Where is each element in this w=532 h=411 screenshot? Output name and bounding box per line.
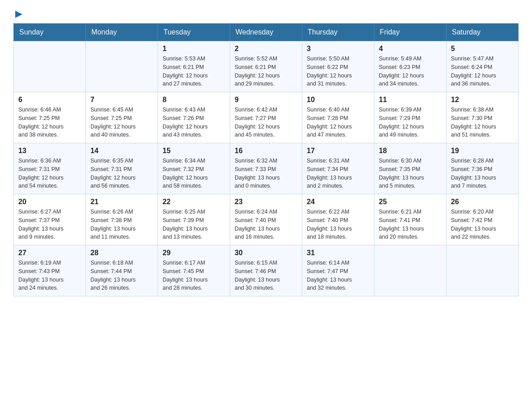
day-number: 20: [18, 198, 81, 206]
day-info: Sunrise: 5:52 AM Sunset: 6:21 PM Dayligh…: [235, 55, 297, 88]
calendar-cell: 17Sunrise: 6:31 AM Sunset: 7:34 PM Dayli…: [302, 143, 374, 194]
calendar-cell: 23Sunrise: 6:24 AM Sunset: 7:40 PM Dayli…: [230, 194, 302, 245]
day-info: Sunrise: 6:30 AM Sunset: 7:35 PM Dayligh…: [379, 157, 442, 190]
weekday-header-wednesday: Wednesday: [230, 24, 302, 41]
day-number: 12: [451, 96, 514, 104]
calendar-cell: 7Sunrise: 6:45 AM Sunset: 7:25 PM Daylig…: [86, 92, 158, 143]
day-number: 13: [18, 147, 81, 155]
weekday-header-thursday: Thursday: [302, 24, 374, 41]
day-number: 24: [307, 198, 369, 206]
day-info: Sunrise: 6:20 AM Sunset: 7:42 PM Dayligh…: [451, 208, 514, 241]
day-info: Sunrise: 6:35 AM Sunset: 7:31 PM Dayligh…: [90, 157, 153, 190]
calendar-cell: 1Sunrise: 5:53 AM Sunset: 6:21 PM Daylig…: [158, 41, 230, 92]
day-info: Sunrise: 5:49 AM Sunset: 6:23 PM Dayligh…: [379, 55, 442, 88]
day-number: 23: [235, 198, 297, 206]
calendar-cell: 25Sunrise: 6:21 AM Sunset: 7:41 PM Dayli…: [374, 194, 446, 245]
day-number: 9: [235, 96, 297, 104]
day-number: 3: [307, 45, 369, 53]
calendar-cell: 10Sunrise: 6:40 AM Sunset: 7:28 PM Dayli…: [302, 92, 374, 143]
day-number: 22: [163, 198, 225, 206]
day-info: Sunrise: 6:21 AM Sunset: 7:41 PM Dayligh…: [379, 208, 442, 241]
calendar-cell: 13Sunrise: 6:36 AM Sunset: 7:31 PM Dayli…: [14, 143, 86, 194]
calendar-cell: [14, 41, 86, 92]
day-info: Sunrise: 6:36 AM Sunset: 7:31 PM Dayligh…: [18, 157, 81, 190]
page-header: [13, 9, 519, 19]
logo: [13, 9, 23, 19]
day-number: 11: [379, 96, 442, 104]
calendar-cell: 29Sunrise: 6:17 AM Sunset: 7:45 PM Dayli…: [158, 245, 230, 296]
weekday-header-sunday: Sunday: [14, 24, 86, 41]
calendar-cell: 16Sunrise: 6:32 AM Sunset: 7:33 PM Dayli…: [230, 143, 302, 194]
calendar-cell: 15Sunrise: 6:34 AM Sunset: 7:32 PM Dayli…: [158, 143, 230, 194]
day-number: 27: [18, 249, 81, 257]
day-info: Sunrise: 6:38 AM Sunset: 7:30 PM Dayligh…: [451, 106, 514, 139]
weekday-header-tuesday: Tuesday: [158, 24, 230, 41]
weekday-header-row: SundayMondayTuesdayWednesdayThursdayFrid…: [14, 24, 519, 41]
calendar-cell: 14Sunrise: 6:35 AM Sunset: 7:31 PM Dayli…: [86, 143, 158, 194]
calendar-cell: 6Sunrise: 6:46 AM Sunset: 7:25 PM Daylig…: [14, 92, 86, 143]
day-info: Sunrise: 6:22 AM Sunset: 7:40 PM Dayligh…: [307, 208, 369, 241]
calendar-cell: 31Sunrise: 6:14 AM Sunset: 7:47 PM Dayli…: [302, 245, 374, 296]
day-info: Sunrise: 6:15 AM Sunset: 7:46 PM Dayligh…: [235, 259, 297, 292]
svg-marker-0: [15, 11, 22, 18]
day-info: Sunrise: 6:39 AM Sunset: 7:29 PM Dayligh…: [379, 106, 442, 139]
day-info: Sunrise: 6:25 AM Sunset: 7:39 PM Dayligh…: [163, 208, 225, 241]
calendar-cell: 28Sunrise: 6:18 AM Sunset: 7:44 PM Dayli…: [86, 245, 158, 296]
calendar-cell: 24Sunrise: 6:22 AM Sunset: 7:40 PM Dayli…: [302, 194, 374, 245]
day-number: 28: [90, 249, 153, 257]
calendar-cell: 20Sunrise: 6:27 AM Sunset: 7:37 PM Dayli…: [14, 194, 86, 245]
calendar-cell: 19Sunrise: 6:28 AM Sunset: 7:36 PM Dayli…: [446, 143, 519, 194]
calendar-cell: 18Sunrise: 6:30 AM Sunset: 7:35 PM Dayli…: [374, 143, 446, 194]
day-info: Sunrise: 6:24 AM Sunset: 7:40 PM Dayligh…: [235, 208, 297, 241]
day-info: Sunrise: 6:34 AM Sunset: 7:32 PM Dayligh…: [163, 157, 225, 190]
calendar-cell: 27Sunrise: 6:19 AM Sunset: 7:43 PM Dayli…: [14, 245, 86, 296]
day-number: 26: [451, 198, 514, 206]
day-number: 29: [163, 249, 225, 257]
day-info: Sunrise: 6:18 AM Sunset: 7:44 PM Dayligh…: [90, 259, 153, 292]
calendar-cell: 11Sunrise: 6:39 AM Sunset: 7:29 PM Dayli…: [374, 92, 446, 143]
calendar-week-row: 1Sunrise: 5:53 AM Sunset: 6:21 PM Daylig…: [14, 41, 519, 92]
day-info: Sunrise: 6:40 AM Sunset: 7:28 PM Dayligh…: [307, 106, 369, 139]
weekday-header-saturday: Saturday: [446, 24, 519, 41]
logo-triangle-icon: [13, 9, 23, 21]
calendar-cell: 9Sunrise: 6:42 AM Sunset: 7:27 PM Daylig…: [230, 92, 302, 143]
calendar-cell: 26Sunrise: 6:20 AM Sunset: 7:42 PM Dayli…: [446, 194, 519, 245]
calendar-cell: 21Sunrise: 6:26 AM Sunset: 7:38 PM Dayli…: [86, 194, 158, 245]
day-info: Sunrise: 6:27 AM Sunset: 7:37 PM Dayligh…: [18, 208, 81, 241]
day-number: 7: [90, 96, 153, 104]
day-number: 5: [451, 45, 514, 53]
day-info: Sunrise: 5:47 AM Sunset: 6:24 PM Dayligh…: [451, 55, 514, 88]
day-number: 15: [163, 147, 225, 155]
calendar-table: SundayMondayTuesdayWednesdayThursdayFrid…: [13, 23, 519, 296]
day-number: 19: [451, 147, 514, 155]
day-info: Sunrise: 6:31 AM Sunset: 7:34 PM Dayligh…: [307, 157, 369, 190]
day-number: 1: [163, 45, 225, 53]
day-number: 30: [235, 249, 297, 257]
calendar-week-row: 6Sunrise: 6:46 AM Sunset: 7:25 PM Daylig…: [14, 92, 519, 143]
day-info: Sunrise: 6:17 AM Sunset: 7:45 PM Dayligh…: [163, 259, 225, 292]
calendar-cell: 22Sunrise: 6:25 AM Sunset: 7:39 PM Dayli…: [158, 194, 230, 245]
day-number: 8: [163, 96, 225, 104]
calendar-cell: [446, 245, 519, 296]
day-info: Sunrise: 6:32 AM Sunset: 7:33 PM Dayligh…: [235, 157, 297, 190]
calendar-cell: 4Sunrise: 5:49 AM Sunset: 6:23 PM Daylig…: [374, 41, 446, 92]
day-number: 17: [307, 147, 369, 155]
day-number: 2: [235, 45, 297, 53]
calendar-cell: 2Sunrise: 5:52 AM Sunset: 6:21 PM Daylig…: [230, 41, 302, 92]
day-info: Sunrise: 6:14 AM Sunset: 7:47 PM Dayligh…: [307, 259, 369, 292]
day-info: Sunrise: 6:19 AM Sunset: 7:43 PM Dayligh…: [18, 259, 81, 292]
day-number: 10: [307, 96, 369, 104]
calendar-cell: 5Sunrise: 5:47 AM Sunset: 6:24 PM Daylig…: [446, 41, 519, 92]
day-number: 18: [379, 147, 442, 155]
calendar-week-row: 13Sunrise: 6:36 AM Sunset: 7:31 PM Dayli…: [14, 143, 519, 194]
day-info: Sunrise: 5:53 AM Sunset: 6:21 PM Dayligh…: [163, 55, 225, 88]
weekday-header-friday: Friday: [374, 24, 446, 41]
calendar-cell: 30Sunrise: 6:15 AM Sunset: 7:46 PM Dayli…: [230, 245, 302, 296]
day-info: Sunrise: 6:46 AM Sunset: 7:25 PM Dayligh…: [18, 106, 81, 139]
weekday-header-monday: Monday: [86, 24, 158, 41]
day-info: Sunrise: 5:50 AM Sunset: 6:22 PM Dayligh…: [307, 55, 369, 88]
calendar-cell: [86, 41, 158, 92]
calendar-cell: 8Sunrise: 6:43 AM Sunset: 7:26 PM Daylig…: [158, 92, 230, 143]
calendar-cell: 12Sunrise: 6:38 AM Sunset: 7:30 PM Dayli…: [446, 92, 519, 143]
day-number: 21: [90, 198, 153, 206]
